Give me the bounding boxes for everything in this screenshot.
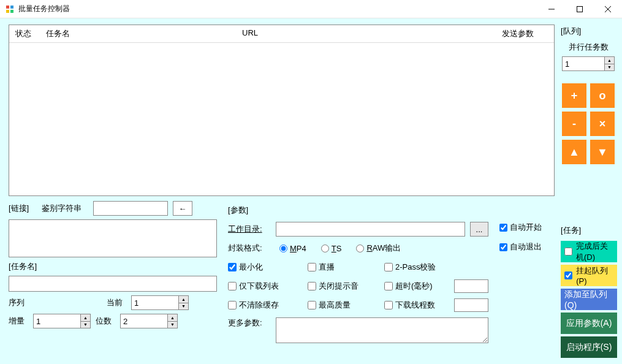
radio-raw[interactable]: RAW输出 [356, 243, 401, 254]
col-params[interactable]: 发送参数 [496, 25, 554, 42]
col-status[interactable]: 状态 [9, 25, 40, 42]
suspend-button[interactable]: 挂起队列(P) [561, 265, 617, 286]
queue-add-button[interactable]: + [562, 83, 586, 108]
check-auto-start[interactable]: 自动开始 [499, 219, 555, 235]
increment-label: 增量 [9, 316, 28, 327]
radio-mp4[interactable]: MP4 [279, 244, 306, 253]
arrow-left-button[interactable]: ← [173, 201, 192, 216]
close-button[interactable] [594, 0, 622, 18]
ident-label: 鉴别字符串 [42, 203, 88, 214]
link-textarea[interactable] [9, 219, 217, 257]
svg-rect-2 [6, 10, 9, 13]
titlebar: 批量任务控制器 [0, 0, 622, 18]
queue-up-button[interactable]: ▲ [562, 140, 586, 164]
more-params-input[interactable] [276, 317, 488, 343]
radio-ts[interactable]: TS [321, 244, 342, 253]
workdir-input[interactable] [276, 222, 465, 237]
taskname-section-label: [任务名] [9, 261, 217, 272]
check-mute[interactable]: 关闭提示音 [308, 281, 384, 292]
col-name[interactable]: 任务名 [40, 25, 236, 42]
queue-remove-button[interactable]: - [562, 112, 586, 136]
increment-down[interactable]: ▼ [80, 322, 90, 328]
browse-button[interactable]: ... [470, 222, 488, 237]
check-no-clear-cache[interactable]: 不清除缓存 [228, 300, 308, 311]
shutdown-button[interactable]: 完成后关机(D) [561, 241, 617, 262]
digits-up[interactable]: ▲ [167, 314, 177, 322]
col-url[interactable]: URL [236, 25, 496, 42]
task-section-label: [任务] [561, 224, 617, 237]
app-icon [5, 4, 15, 14]
current-label: 当前 [107, 297, 126, 308]
ellipsis-icon: ... [476, 225, 483, 234]
more-params-label: 更多参数: [228, 317, 271, 328]
svg-rect-5 [577, 6, 583, 12]
digits-label: 位数 [96, 316, 115, 327]
queue-section-label: [队列] [561, 25, 617, 38]
format-label: 封装格式: [228, 243, 275, 254]
svg-rect-1 [10, 6, 13, 9]
parallel-label: 并行任务数 [561, 42, 616, 53]
check-live[interactable]: 直播 [308, 262, 384, 273]
check-2pass[interactable]: 2-Pass校验 [384, 262, 452, 273]
dl-threads-input[interactable] [454, 298, 488, 312]
svg-rect-3 [10, 10, 13, 13]
workdir-label[interactable]: 工作目录: [228, 224, 271, 235]
queue-delete-button[interactable]: × [590, 112, 615, 136]
check-auto-exit[interactable]: 自动退出 [499, 239, 555, 255]
params-section-label: [参数] [228, 205, 248, 216]
check-timeout[interactable]: 超时(毫秒) [384, 281, 452, 292]
apply-params-button[interactable]: 应用参数(A) [561, 313, 617, 334]
maximize-button[interactable] [566, 0, 594, 18]
check-minimize[interactable]: 最小化 [228, 262, 308, 273]
window-title: 批量任务控制器 [18, 4, 537, 14]
minimize-button[interactable] [537, 0, 566, 18]
ident-input[interactable] [93, 201, 168, 216]
queue-down-button[interactable]: ▼ [590, 140, 615, 164]
sequence-label: 序列 [9, 297, 102, 308]
increment-up[interactable]: ▲ [80, 314, 90, 322]
current-down[interactable]: ▼ [178, 303, 188, 310]
add-to-queue-button[interactable]: 添加至队列(Q) [561, 289, 617, 310]
link-section-label: [链接] [9, 203, 37, 214]
start-button[interactable]: 启动程序(S) [561, 336, 617, 358]
task-table[interactable]: 状态 任务名 URL 发送参数 [9, 25, 555, 196]
check-dl-list-only[interactable]: 仅下载列表 [228, 281, 308, 292]
parallel-up[interactable]: ▲ [604, 57, 614, 64]
queue-clear-button[interactable]: o [590, 83, 615, 108]
parallel-down[interactable]: ▼ [604, 64, 614, 71]
taskname-input[interactable] [9, 276, 217, 292]
timeout-input[interactable] [454, 279, 488, 293]
arrow-left-icon: ← [179, 204, 187, 213]
svg-rect-0 [6, 6, 9, 9]
current-up[interactable]: ▲ [178, 296, 188, 303]
check-best-quality[interactable]: 最高质量 [308, 300, 384, 311]
check-dl-threads[interactable]: 下载线程数 [384, 300, 452, 311]
digits-down[interactable]: ▼ [167, 322, 177, 328]
